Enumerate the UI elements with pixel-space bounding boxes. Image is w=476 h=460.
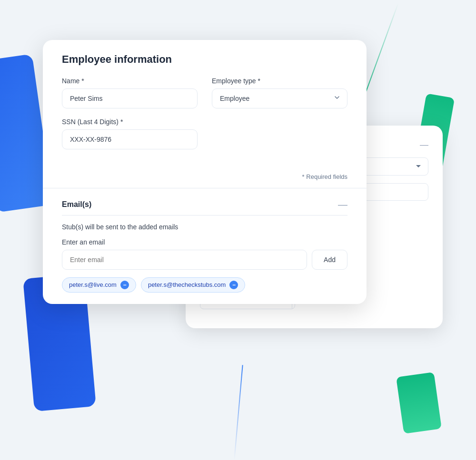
collapse-button[interactable]: — [338, 200, 347, 209]
ssn-row: SSN (Last 4 Digits) * [62, 118, 347, 149]
cards-stack: — Employee Contractor Zip code Number of [43, 40, 433, 421]
email-tag-1-remove[interactable]: − [229, 281, 238, 289]
minimize-icon: — [420, 140, 428, 150]
ssn-placeholder-group [212, 118, 347, 149]
employee-type-label: Employee type * [212, 77, 347, 85]
email-section-header: Email(s) — [62, 200, 347, 209]
employee-type-group: Employee type * Employee Contractor Part… [212, 77, 347, 108]
page-title: Employee information [43, 40, 367, 66]
employee-type-select[interactable]: Employee Contractor Part-time [212, 88, 347, 108]
name-label: Name * [62, 77, 198, 85]
name-input[interactable] [62, 88, 198, 108]
employee-type-select-wrapper: Employee Contractor Part-time [212, 88, 347, 108]
email-tag-1-text: peter.s@thecheckstubs.com [148, 281, 226, 288]
ssn-input[interactable] [62, 129, 198, 149]
email-section: Email(s) — Stub(s) will be sent to the a… [43, 188, 367, 304]
ssn-label: SSN (Last 4 Digits) * [62, 118, 198, 126]
email-section-title: Email(s) [62, 200, 91, 209]
email-input-row: Add [62, 250, 347, 270]
card-front: Employee information Name * Employee typ… [43, 40, 367, 304]
email-tags: peter.s@live.com − peter.s@thecheckstubs… [62, 277, 347, 293]
name-employee-row: Name * Employee type * Employee Contract… [62, 77, 347, 108]
email-input[interactable] [62, 250, 307, 270]
stub-note: Stub(s) will be sent to the added emails [62, 223, 347, 231]
enter-email-label: Enter an email [62, 238, 347, 246]
email-tag-0-text: peter.s@live.com [69, 281, 117, 288]
email-tag-1: peter.s@thecheckstubs.com − [141, 277, 246, 293]
section-divider [62, 215, 347, 215]
form-section-top: Name * Employee type * Employee Contract… [43, 77, 367, 173]
email-tag-0: peter.s@live.com − [62, 277, 136, 293]
required-note: * Required fields [43, 173, 367, 188]
add-email-button[interactable]: Add [312, 250, 347, 270]
ssn-group: SSN (Last 4 Digits) * [62, 118, 198, 149]
page-wrapper: — Employee Contractor Zip code Number of [0, 0, 476, 460]
email-tag-0-remove[interactable]: − [120, 281, 129, 289]
name-group: Name * [62, 77, 198, 108]
